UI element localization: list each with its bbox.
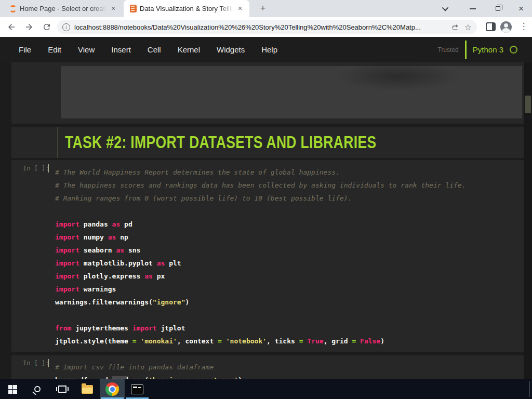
back-button[interactable] — [5, 21, 18, 33]
bookmark-star-icon[interactable]: ☆ — [464, 22, 472, 32]
code-editor[interactable]: # The World Happiness Report determines … — [55, 166, 521, 348]
menu-file[interactable]: File — [19, 45, 31, 54]
site-info-icon[interactable]: i — [62, 23, 70, 31]
browser-toolbar: i localhost:8888/notebooks/Data%20Visual… — [0, 17, 532, 37]
terminal-icon — [131, 384, 143, 394]
cell-markdown-task2[interactable]: TASK #2: IMPORT DATASETS AND LIBRARIES — [11, 127, 524, 158]
windows-logo-icon — [8, 385, 17, 394]
tab-title: Home Page - Select or create a n — [20, 5, 106, 12]
share-icon[interactable] — [451, 23, 459, 31]
kernel-divider — [465, 41, 467, 59]
close-tab-icon[interactable]: × — [236, 5, 244, 13]
task-view-icon — [58, 385, 66, 393]
menu-widgets[interactable]: Widgets — [217, 45, 245, 54]
start-button[interactable] — [0, 379, 25, 399]
profile-avatar[interactable] — [500, 21, 512, 33]
output-image-placeholder — [61, 66, 522, 118]
file-explorer-button[interactable] — [75, 379, 100, 399]
menu-view[interactable]: View — [78, 45, 95, 54]
notebook-favicon-icon — [130, 5, 137, 12]
task2-heading: TASK #2: IMPORT DATASETS AND LIBRARIES — [65, 132, 376, 152]
window-minimize-button[interactable] — [461, 0, 485, 17]
show-desktop-divider — [529, 381, 530, 397]
new-tab-button[interactable]: + — [257, 3, 269, 15]
close-tab-icon[interactable]: × — [109, 5, 117, 13]
tab-title: Data Visualization & Story Telling — [140, 5, 233, 12]
chrome-icon — [105, 382, 119, 396]
text-cursor — [48, 164, 49, 172]
forward-button[interactable] — [23, 21, 35, 33]
scrollbar-thumb[interactable] — [525, 96, 531, 113]
input-prompt: In [ ]: — [23, 360, 49, 367]
tab-home-page[interactable]: Home Page - Select or create a n × — [3, 0, 123, 17]
url-text[interactable]: localhost:8888/notebooks/Data%20Visualiz… — [74, 23, 446, 31]
menu-edit[interactable]: Edit — [48, 45, 61, 54]
tab-notebook[interactable]: Data Visualization & Story Telling × — [124, 0, 249, 17]
cell-code-csv[interactable]: In [ ]: # Import csv file into pandas da… — [11, 355, 524, 379]
search-icon — [34, 386, 41, 392]
kernel-name[interactable]: Python 3 — [473, 45, 503, 54]
reload-button[interactable] — [41, 21, 53, 33]
text-cursor — [48, 359, 49, 367]
cell-output-partial[interactable] — [11, 62, 524, 124]
task-view-button[interactable] — [50, 379, 75, 399]
jupyter-logo-icon — [9, 5, 17, 12]
tab-search-chevron-icon[interactable] — [434, 0, 458, 17]
taskbar-search-button[interactable] — [25, 379, 50, 399]
window-close-button[interactable]: × — [509, 0, 532, 17]
browser-tab-strip: Home Page - Select or create a n × Data … — [0, 0, 532, 17]
side-panel-icon[interactable] — [486, 22, 496, 31]
menu-cell[interactable]: Cell — [148, 45, 161, 54]
trusted-badge: Trusted — [438, 46, 459, 54]
folder-icon — [82, 385, 93, 394]
kernel-status-icon — [510, 46, 517, 54]
menu-kernel[interactable]: Kernel — [178, 45, 200, 54]
command-prompt-button[interactable] — [125, 379, 150, 399]
window-restore-button[interactable] — [486, 0, 510, 17]
menu-insert[interactable]: Insert — [111, 45, 131, 54]
jupyter-menubar: File Edit View Insert Cell Kernel Widget… — [0, 37, 532, 62]
notebook-area[interactable]: TASK #2: IMPORT DATASETS AND LIBRARIES I… — [0, 62, 532, 379]
chrome-taskbar-button[interactable] — [100, 379, 125, 399]
cell-input-divider — [57, 127, 58, 158]
windows-taskbar — [0, 379, 532, 399]
menu-help[interactable]: Help — [261, 45, 277, 54]
address-bar[interactable]: i localhost:8888/notebooks/Data%20Visual… — [57, 20, 477, 34]
browser-menu-icon[interactable]: ⋮ — [518, 21, 529, 32]
notebook-scrollbar[interactable] — [524, 62, 532, 379]
code-editor[interactable]: # Import csv file into pandas dataframeh… — [55, 361, 521, 379]
cell-code-imports[interactable]: In [ ]: # The World Happiness Report det… — [11, 160, 524, 352]
input-prompt: In [ ]: — [23, 165, 49, 172]
